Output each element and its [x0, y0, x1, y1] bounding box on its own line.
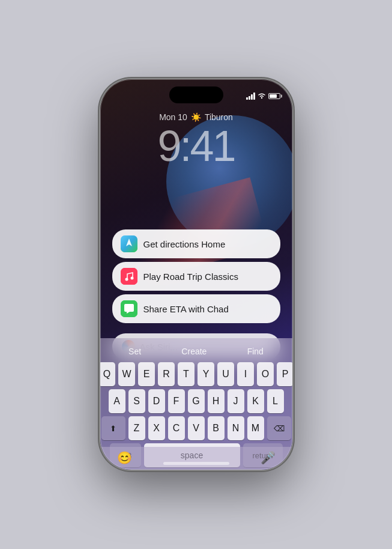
suggestion-directions[interactable]: Get directions Home: [112, 229, 280, 258]
key-c[interactable]: C: [168, 416, 185, 440]
date-weather-row: Mon 10 ☀️ Tiburon: [100, 112, 292, 122]
quicktype-create[interactable]: Create: [176, 345, 211, 357]
key-f[interactable]: F: [168, 389, 185, 413]
key-row-3: ⬆ Z X C V B N M ⌫: [103, 416, 290, 440]
maps-icon: [121, 235, 137, 252]
home-indicator: [163, 462, 229, 465]
svg-point-0: [261, 97, 262, 98]
key-a[interactable]: A: [109, 389, 125, 413]
key-u[interactable]: U: [217, 362, 234, 386]
key-y[interactable]: Y: [198, 362, 214, 386]
key-r[interactable]: R: [158, 362, 175, 386]
key-e[interactable]: E: [138, 362, 155, 386]
key-row-1: Q W E R T Y U I O P: [103, 362, 290, 386]
key-shift[interactable]: ⬆: [101, 416, 125, 440]
svg-point-4: [130, 277, 133, 280]
suggestion-messages-label: Share ETA with Chad: [143, 304, 229, 314]
key-g[interactable]: G: [188, 389, 205, 413]
lock-screen-content: Mon 10 ☀️ Tiburon 9:41: [100, 112, 292, 168]
quicktype-set[interactable]: Set: [124, 345, 146, 357]
svg-point-3: [125, 278, 128, 281]
key-z[interactable]: Z: [128, 416, 145, 440]
key-x[interactable]: X: [148, 416, 165, 440]
key-p[interactable]: P: [277, 362, 292, 386]
status-icons: [246, 93, 280, 100]
suggestion-music[interactable]: Play Road Trip Classics: [112, 262, 280, 291]
svg-rect-2: [121, 268, 137, 285]
key-n[interactable]: N: [228, 416, 244, 440]
key-l[interactable]: L: [267, 389, 284, 413]
time-display: 9:41: [100, 124, 292, 168]
suggestion-directions-label: Get directions Home: [143, 239, 226, 249]
date-text: Mon 10: [159, 112, 187, 122]
key-t[interactable]: T: [178, 362, 194, 386]
mic-button[interactable]: 🎤: [261, 450, 276, 465]
messages-icon: [121, 300, 137, 317]
battery-fill: [270, 94, 277, 98]
phone-frame: Mon 10 ☀️ Tiburon 9:41: [100, 79, 292, 470]
weather-icon: ☀️: [191, 112, 201, 122]
location-text: Tiburon: [205, 112, 233, 122]
bottom-bar: 😊 🎤: [100, 447, 292, 470]
key-s[interactable]: S: [128, 389, 145, 413]
key-q[interactable]: Q: [100, 362, 116, 386]
key-o[interactable]: O: [257, 362, 274, 386]
emoji-button[interactable]: 😊: [117, 450, 132, 465]
key-k[interactable]: K: [247, 389, 264, 413]
music-icon: [121, 268, 137, 285]
key-i[interactable]: I: [237, 362, 254, 386]
key-d[interactable]: D: [148, 389, 165, 413]
keyboard-area: Set Create Find Q W E R T Y U I O P A S …: [100, 338, 292, 470]
suggestion-music-label: Play Road Trip Classics: [143, 271, 238, 282]
wifi-icon: [258, 93, 266, 100]
signal-icon: [246, 93, 255, 100]
battery-icon: [268, 93, 280, 99]
key-row-2: A S D F G H J K L: [103, 389, 290, 413]
suggestion-messages[interactable]: Share ETA with Chad: [112, 294, 280, 323]
key-j[interactable]: J: [228, 389, 244, 413]
key-b[interactable]: B: [208, 416, 225, 440]
suggestions-area: Get directions Home Play Road Trip Class…: [112, 229, 280, 323]
quicktype-row: Set Create Find: [103, 343, 290, 362]
dynamic-island: [169, 86, 223, 103]
quicktype-find[interactable]: Find: [243, 345, 268, 357]
key-backspace[interactable]: ⌫: [267, 416, 291, 440]
key-h[interactable]: H: [208, 389, 225, 413]
key-v[interactable]: V: [188, 416, 205, 440]
key-m[interactable]: M: [247, 416, 264, 440]
key-w[interactable]: W: [118, 362, 135, 386]
